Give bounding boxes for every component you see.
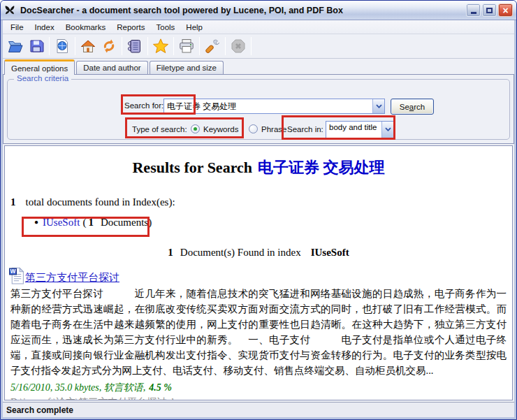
metadata-score: 4.5 % bbox=[149, 382, 172, 393]
index-link[interactable]: IUseSoft bbox=[43, 217, 80, 228]
window-title: DocSearcher - a document search tool pow… bbox=[20, 6, 466, 15]
bullet-icon: ● bbox=[34, 218, 38, 226]
found-text: Document(s) Found in index bbox=[180, 247, 301, 258]
keywords-label: Keywords bbox=[203, 125, 239, 133]
tab-date-and-author[interactable]: Date and author bbox=[76, 61, 147, 74]
search-for-label: Search for: bbox=[124, 101, 163, 110]
word-document-icon: W bbox=[9, 267, 24, 284]
close-button[interactable]: × bbox=[498, 3, 513, 17]
maximize-icon bbox=[486, 8, 493, 13]
star-icon bbox=[152, 38, 169, 55]
minimize-icon bbox=[471, 12, 476, 14]
found-count: 1 bbox=[168, 247, 173, 258]
phrase-radio[interactable] bbox=[249, 124, 258, 133]
maximize-button[interactable] bbox=[482, 3, 497, 17]
search-query-input[interactable] bbox=[164, 99, 372, 113]
toolbar-separator bbox=[49, 37, 50, 55]
open-folder-icon bbox=[7, 38, 24, 55]
index-book-icon bbox=[126, 38, 143, 55]
minimize-button[interactable] bbox=[466, 3, 481, 17]
found-in-index-line: 1Document(s) Found in indexIUseSoft bbox=[5, 247, 512, 259]
tab-strip: General options Date and author Filetype… bbox=[3, 59, 514, 74]
document-metadata: 5/16/2010, 35.0 kbytes, 软言软语,4.5 % bbox=[10, 382, 512, 394]
menu-file[interactable]: File bbox=[5, 22, 29, 33]
total-documents-line: 1total documents found in Index(es): bbox=[10, 196, 512, 208]
total-text: total documents found in Index(es): bbox=[26, 196, 175, 208]
print-button[interactable] bbox=[176, 36, 197, 57]
home-button[interactable] bbox=[78, 36, 99, 57]
search-in-label: Search in: bbox=[287, 125, 323, 133]
hit-suffix: Documents) bbox=[101, 217, 152, 228]
refresh-icon bbox=[101, 38, 117, 55]
toolbar-separator bbox=[251, 37, 252, 55]
metadata-text: 5/16/2010, 35.0 kbytes, 软言软语, bbox=[10, 382, 145, 393]
menu-bar: File Index Bookmarks Reports Tools Help bbox=[3, 20, 514, 34]
tab-general-options[interactable]: General options bbox=[4, 59, 75, 75]
menu-tools[interactable]: Tools bbox=[150, 22, 180, 33]
toolbar bbox=[3, 34, 514, 59]
search-panel: Search criteria Search for: Search Type … bbox=[3, 74, 514, 144]
favorites-button[interactable] bbox=[150, 36, 171, 57]
menu-index[interactable]: Index bbox=[29, 22, 60, 33]
settings-button[interactable] bbox=[202, 36, 223, 57]
toolbar-separator bbox=[122, 37, 122, 55]
search-button[interactable]: Search bbox=[391, 99, 434, 115]
phrase-label: Phrase bbox=[261, 125, 286, 133]
window-frame: File Index Bookmarks Reports Tools Help bbox=[3, 20, 514, 417]
home-icon bbox=[80, 38, 96, 55]
search-for-combobox[interactable] bbox=[163, 99, 385, 114]
index-button[interactable] bbox=[124, 36, 145, 57]
tab-filetype-and-size[interactable]: Filetype and size bbox=[150, 61, 224, 74]
chevron-down-icon bbox=[376, 104, 382, 109]
save-button[interactable] bbox=[26, 36, 47, 57]
printer-icon bbox=[178, 38, 195, 55]
stop-button[interactable] bbox=[228, 36, 249, 57]
wrench-icon bbox=[204, 38, 221, 55]
toolbar-separator bbox=[75, 37, 75, 55]
group-title: Search criteria bbox=[14, 74, 71, 82]
radio-dot-icon bbox=[194, 127, 197, 131]
document-result: W 第三方支付平台探讨 bbox=[9, 267, 512, 284]
results-pane: Results for Search电子证券 交易处理 1total docum… bbox=[4, 145, 513, 400]
close-icon: × bbox=[502, 6, 508, 15]
toolbar-separator bbox=[199, 37, 200, 55]
menu-bookmarks[interactable]: Bookmarks bbox=[60, 22, 112, 33]
app-icon bbox=[4, 4, 16, 16]
toolbar-separator bbox=[225, 37, 226, 55]
total-count: 1 bbox=[10, 196, 16, 208]
found-index-name: IUseSoft bbox=[311, 247, 349, 258]
title-bar: DocSearcher - a document search tool pow… bbox=[1, 1, 516, 20]
search-in-dropdown-button[interactable] bbox=[381, 122, 393, 138]
results-heading: Results for Search电子证券 交易处理 bbox=[5, 157, 512, 178]
search-for-dropdown-button[interactable] bbox=[372, 99, 384, 113]
svg-text:W: W bbox=[10, 268, 16, 275]
results-heading-prefix: Results for Search bbox=[132, 159, 252, 176]
keywords-radio[interactable] bbox=[191, 124, 200, 133]
index-hit-item: ●IUseSoft(1Documents) bbox=[34, 217, 512, 229]
open-button[interactable] bbox=[5, 36, 26, 57]
document-snippet: 第三方支付平台探讨 近几年来，随着信息技术的突飞猛进和网络基础设施的日趋成熟，电… bbox=[10, 286, 507, 378]
search-in-combobox[interactable]: body and title bbox=[326, 121, 394, 138]
search-in-value: body and title bbox=[326, 122, 381, 138]
preview-button[interactable] bbox=[52, 36, 73, 57]
type-of-search-label: Type of search: bbox=[132, 125, 187, 133]
toolbar-separator bbox=[173, 37, 174, 55]
results-heading-query: 电子证券 交易处理 bbox=[258, 159, 385, 176]
chevron-down-icon bbox=[385, 127, 391, 132]
hit-count: 1 bbox=[88, 217, 94, 228]
document-path: D:\iusesoft\论文\第三方支付平台探讨.doc bbox=[10, 396, 512, 400]
menu-reports[interactable]: Reports bbox=[111, 22, 150, 33]
app-window: DocSearcher - a document search tool pow… bbox=[0, 0, 517, 420]
toolbar-separator bbox=[147, 37, 148, 55]
status-text: Search complete bbox=[6, 405, 73, 415]
refresh-button[interactable] bbox=[99, 36, 119, 57]
stop-icon bbox=[230, 38, 247, 55]
menu-help[interactable]: Help bbox=[180, 22, 208, 33]
document-title-link[interactable]: 第三方支付平台探讨 bbox=[25, 271, 119, 284]
hit-paren: ( bbox=[82, 217, 86, 228]
status-bar: Search complete bbox=[3, 402, 514, 417]
preview-document-icon bbox=[54, 38, 71, 55]
save-floppy-icon bbox=[28, 38, 45, 55]
